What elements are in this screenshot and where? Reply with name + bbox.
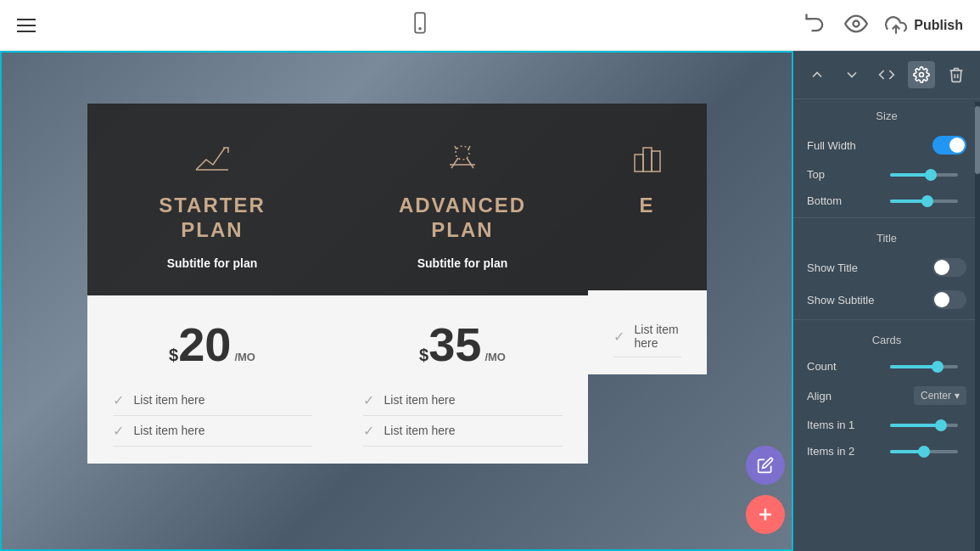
advanced-plan-title: ADVANCED PLAN	[399, 194, 526, 243]
items-in-1-slider[interactable]	[890, 424, 966, 427]
edit-fab-button[interactable]	[746, 446, 785, 485]
starter-price-row: $ 20 /MO	[113, 321, 312, 368]
undo-icon[interactable]	[804, 12, 827, 39]
starter-plan-subtitle: Subtitle for plan	[167, 256, 258, 270]
menu-icon[interactable]	[17, 19, 36, 32]
show-subtitle-label: Show Subtitle	[807, 294, 875, 306]
full-width-label: Full Width	[807, 139, 856, 152]
pricing-card-advanced: ADVANCED PLAN Subtitle for plan $ 35 /MO…	[338, 104, 588, 464]
items-in-1-label: Items in 1	[807, 419, 854, 431]
enterprise-list-item-1: ✓ List item here	[613, 316, 681, 357]
phone-icon[interactable]	[408, 12, 432, 39]
publish-label: Publish	[914, 18, 963, 33]
starter-period: /MO	[234, 351, 255, 363]
align-row: Align Center ▾	[793, 380, 980, 412]
show-subtitle-row: Show Subtitle	[793, 284, 980, 316]
svg-rect-11	[635, 155, 643, 171]
starter-icon	[191, 138, 233, 180]
pricing-card-starter: STARTER PLAN Subtitle for plan $ 20 /MO …	[87, 104, 338, 464]
pricing-card-header-starter: STARTER PLAN Subtitle for plan	[87, 104, 338, 295]
full-width-toggle[interactable]	[932, 136, 966, 155]
advanced-currency: $	[419, 346, 428, 365]
pricing-container: STARTER PLAN Subtitle for plan $ 20 /MO …	[2, 53, 792, 549]
svg-point-14	[919, 73, 923, 77]
full-width-row: Full Width	[793, 129, 980, 161]
check-icon: ✓	[363, 392, 374, 408]
divider-1	[793, 217, 980, 218]
align-select[interactable]: Center ▾	[914, 386, 966, 405]
svg-point-2	[854, 20, 860, 26]
panel-scrollbar[interactable]	[975, 102, 980, 551]
bottom-slider[interactable]	[890, 200, 966, 203]
check-icon: ✓	[613, 329, 624, 345]
advanced-period: /MO	[484, 351, 506, 363]
show-title-label: Show Title	[807, 261, 858, 274]
publish-button[interactable]: Publish	[885, 14, 963, 37]
advanced-price: 35	[428, 321, 481, 368]
panel-content: Size Full Width Top Bottom	[793, 99, 980, 551]
starter-list-item-1: ✓ List item here	[113, 385, 312, 416]
items-in-2-label: Items in 2	[807, 445, 854, 458]
svg-rect-12	[643, 148, 652, 171]
delete-button[interactable]	[943, 61, 970, 88]
top-bar: Publish	[0, 0, 980, 51]
top-slider[interactable]	[890, 173, 966, 177]
show-title-row: Show Title	[793, 251, 980, 284]
add-fab-button[interactable]	[746, 495, 785, 534]
enterprise-card-body: ✓ List item here	[588, 290, 707, 374]
right-panel: Size Full Width Top Bottom	[793, 51, 980, 551]
size-section-title: Size	[793, 99, 980, 129]
bottom-row: Bottom	[793, 188, 980, 214]
pricing-card-header-advanced: ADVANCED PLAN Subtitle for plan	[338, 104, 588, 295]
count-slider[interactable]	[890, 365, 966, 368]
panel-scrollbar-thumb[interactable]	[975, 106, 980, 174]
advanced-list-item-2: ✓ List item here	[363, 416, 563, 447]
starter-list-item-2: ✓ List item here	[113, 416, 312, 447]
advanced-price-row: $ 35 /MO	[363, 321, 563, 368]
top-row: Top	[793, 161, 980, 188]
svg-line-9	[455, 146, 456, 149]
svg-point-5	[456, 146, 469, 160]
top-label: Top	[807, 168, 825, 181]
advanced-icon	[441, 138, 484, 180]
count-row: Count	[793, 353, 980, 380]
canvas-area: STARTER PLAN Subtitle for plan $ 20 /MO …	[0, 51, 793, 551]
advanced-list-item-1: ✓ List item here	[363, 385, 563, 416]
advanced-card-body: $ 35 /MO ✓ List item here ✓ List item he…	[338, 295, 588, 464]
align-label: Align	[807, 390, 832, 402]
show-title-toggle[interactable]	[932, 258, 966, 277]
svg-rect-13	[652, 151, 660, 171]
items-in-2-slider[interactable]	[890, 450, 966, 453]
items-in-2-row: Items in 2	[793, 438, 980, 464]
enterprise-icon	[626, 138, 669, 180]
cards-section-title: Cards	[793, 323, 980, 353]
starter-price: 20	[178, 321, 231, 368]
advanced-plan-subtitle: Subtitle for plan	[417, 256, 508, 270]
fab-container	[746, 446, 785, 534]
panel-toolbar	[793, 51, 980, 99]
starter-plan-title: STARTER PLAN	[159, 194, 266, 243]
main-area: STARTER PLAN Subtitle for plan $ 20 /MO …	[0, 51, 980, 551]
show-subtitle-toggle[interactable]	[932, 290, 966, 309]
pricing-card-header-enterprise: E	[588, 104, 707, 290]
settings-button[interactable]	[908, 61, 935, 88]
top-bar-right: Publish	[804, 12, 963, 39]
svg-line-6	[451, 158, 458, 168]
top-bar-left	[17, 19, 36, 32]
eye-icon[interactable]	[844, 12, 868, 39]
title-section-title: Title	[793, 222, 980, 251]
canvas-background: STARTER PLAN Subtitle for plan $ 20 /MO …	[0, 51, 793, 551]
move-down-button[interactable]	[838, 61, 865, 88]
check-icon: ✓	[113, 392, 124, 408]
svg-line-7	[467, 158, 473, 168]
bottom-label: Bottom	[807, 194, 842, 207]
code-button[interactable]	[873, 61, 900, 88]
pricing-card-enterprise: E ✓ List item here	[588, 104, 707, 374]
chevron-down-icon: ▾	[955, 390, 960, 402]
count-label: Count	[807, 360, 837, 373]
svg-line-10	[468, 146, 470, 149]
move-up-button[interactable]	[804, 61, 831, 88]
enterprise-plan-title: E	[639, 194, 654, 218]
top-bar-center	[408, 12, 432, 39]
check-icon: ✓	[363, 423, 374, 439]
